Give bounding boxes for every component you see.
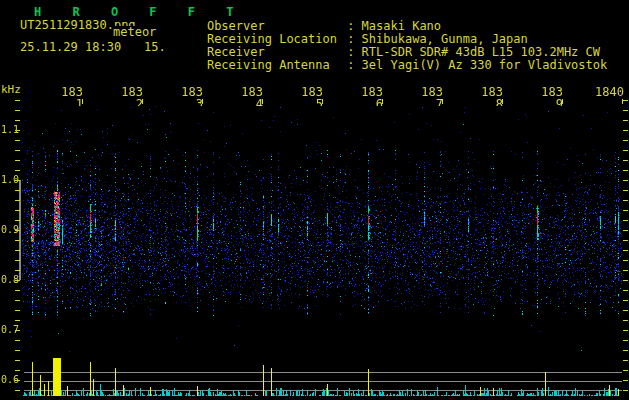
time-axis-label: 1838 <box>475 86 503 110</box>
level-number-label: 15. <box>144 41 166 54</box>
datetime-label: 25.11.29 18:30 <box>20 41 121 54</box>
freq-tick-right <box>623 180 628 181</box>
freq-tick-right <box>623 350 628 351</box>
freq-tick-right <box>623 310 628 311</box>
time-axis-label: 1839 <box>535 86 563 110</box>
freq-tick-left <box>15 220 20 221</box>
freq-axis-label: 0.9 <box>0 224 19 235</box>
freq-tick-right <box>623 190 628 191</box>
freq-tick-left <box>15 160 20 161</box>
freq-tick-right <box>623 320 628 321</box>
freq-tick-left <box>15 100 20 101</box>
freq-tick-right <box>623 170 628 171</box>
freq-tick-right <box>623 160 628 161</box>
freq-tick-left <box>15 340 20 341</box>
freq-tick-right <box>623 290 628 291</box>
freq-tick-left <box>15 190 20 191</box>
freq-tick-left <box>15 320 20 321</box>
freq-unit-label: kHz <box>1 83 21 96</box>
freq-tick-left <box>15 240 20 241</box>
freq-tick-right <box>623 210 628 211</box>
freq-tick-right <box>623 240 628 241</box>
time-axis-label: 1835 <box>295 86 323 110</box>
freq-tick-left <box>15 370 20 371</box>
freq-tick-left <box>15 170 20 171</box>
freq-tick-right <box>623 300 628 301</box>
freq-tick-right <box>623 200 628 201</box>
time-axis-label: 1832 <box>115 86 143 110</box>
freq-tick-right <box>623 330 628 331</box>
freq-axis-label: 0.7 <box>0 324 19 335</box>
freq-tick-right <box>623 100 628 101</box>
freq-tick-left <box>15 210 20 211</box>
freq-tick-left <box>15 120 20 121</box>
freq-axis-label: 0.8 <box>0 274 19 285</box>
freq-axis-label: 0.6 <box>0 374 19 385</box>
freq-tick-right <box>623 130 628 131</box>
freq-axis-label: 1.0 <box>0 174 19 185</box>
freq-tick-left <box>15 390 20 391</box>
freq-tick-right <box>623 140 628 141</box>
freq-tick-right <box>623 120 628 121</box>
freq-tick-right <box>623 380 628 381</box>
freq-tick-left <box>15 350 20 351</box>
freq-tick-right <box>623 360 628 361</box>
freq-tick-right <box>623 270 628 271</box>
freq-tick-left <box>15 290 20 291</box>
time-axis-label: 1836 <box>355 86 383 110</box>
freq-tick-right <box>623 370 628 371</box>
freq-tick-left <box>15 270 20 271</box>
freq-tick-left <box>15 360 20 361</box>
station-label: meteor <box>113 26 156 39</box>
freq-tick-left <box>15 250 20 251</box>
freq-tick-left <box>15 300 20 301</box>
hrofft-screen: H R O F F T UT2511291830.png meteor 25.1… <box>0 0 629 400</box>
spectrogram-canvas <box>22 104 623 396</box>
freq-axis-label: 1.1 <box>0 124 19 135</box>
freq-tick-right <box>623 250 628 251</box>
freq-tick-right <box>623 280 628 281</box>
time-axis-label: 1837 <box>415 86 443 110</box>
time-axis-label: 1840 <box>595 86 623 98</box>
time-axis-label: 1833 <box>175 86 203 110</box>
freq-tick-left <box>15 310 20 311</box>
freq-tick-right <box>623 110 628 111</box>
time-axis-label: 1834 <box>235 86 263 110</box>
freq-tick-right <box>623 260 628 261</box>
freq-tick-right <box>623 340 628 341</box>
antenna-label: Receiving Antenna <box>207 59 340 72</box>
freq-tick-left <box>15 200 20 201</box>
antenna-value: 3el Yagi(V) Az 330 for Vladivostok <box>362 58 608 72</box>
freq-tick-left <box>15 260 20 261</box>
freq-tick-right <box>623 150 628 151</box>
time-axis-label: 1831 <box>55 86 83 110</box>
freq-tick-left <box>15 110 20 111</box>
freq-tick-right <box>623 220 628 221</box>
freq-tick-right <box>623 230 628 231</box>
freq-tick-left <box>15 150 20 151</box>
freq-tick-left <box>15 140 20 141</box>
freq-tick-right <box>623 390 628 391</box>
header-row-antenna: Receiving Antenna : 3el Yagi(V) Az 330 f… <box>178 46 607 85</box>
minute-tick <box>622 99 623 104</box>
separator: : <box>340 58 362 72</box>
